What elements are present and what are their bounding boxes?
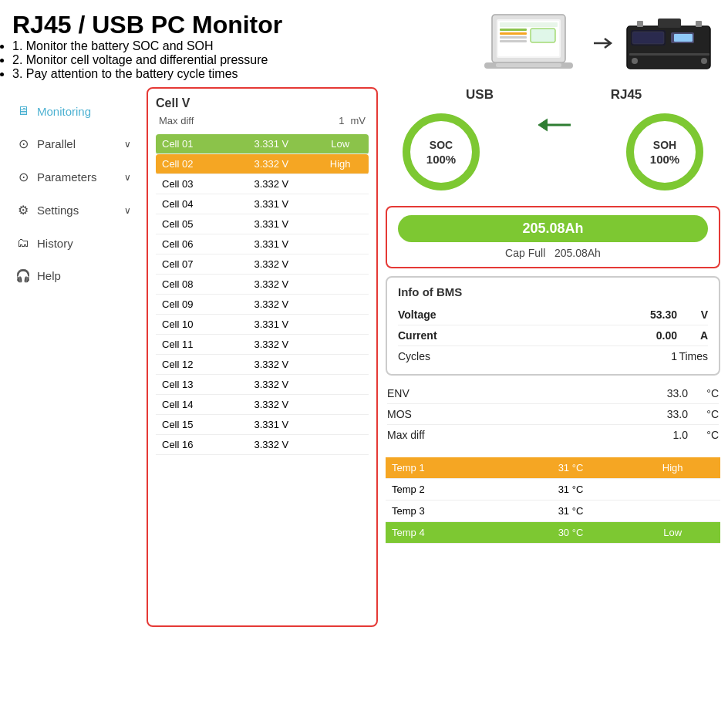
cell-row: Cell 033.332 V [156, 174, 369, 194]
cell-name: Cell 13 [156, 375, 231, 395]
usb-label: USB [441, 87, 518, 103]
chevron-down-icon: ∨ [124, 139, 131, 150]
cell-row: Cell 023.332 VHigh [156, 154, 369, 174]
cycles-value: 1 [631, 350, 677, 362]
cell-row: Cell 073.332 V [156, 254, 369, 275]
cell-name: Cell 06 [156, 234, 231, 254]
bms-title: Info of BMS [398, 285, 708, 298]
sidebar-item-help[interactable]: 🎧 Help [8, 259, 139, 292]
cell-status [312, 295, 369, 315]
svg-rect-3 [500, 22, 558, 27]
temp-value: 30 °C [517, 522, 625, 544]
cell-row: Cell 133.332 V [156, 375, 369, 395]
settings-icon: ⚙ [15, 203, 31, 217]
bms-row-cycles: Cycles 1 Times [398, 346, 708, 366]
svg-point-20 [632, 58, 638, 64]
cell-panel: Cell V Max diff 1 mV Cell 013.331 VLowCe… [147, 87, 378, 627]
cell-name: Cell 04 [156, 194, 231, 214]
bms-row-voltage: Voltage 53.30 V [398, 305, 708, 325]
gauge-row: SOC 100% SOH 100% [386, 106, 720, 198]
sidebar-item-history[interactable]: 🗂 History [8, 227, 139, 259]
temp-status: Low [625, 522, 720, 544]
header-illustrations [484, 11, 716, 76]
sidebar-label-monitoring: Monitoring [37, 105, 91, 118]
capacity-bar: 205.08Ah [398, 215, 708, 242]
cell-name: Cell 02 [156, 154, 231, 174]
cell-row: Cell 063.331 V [156, 234, 369, 254]
cell-voltage: 3.331 V [231, 194, 312, 214]
cell-row: Cell 163.332 V [156, 435, 369, 455]
sidebar-item-parameters[interactable]: ⊙ Parameters ∨ [8, 160, 139, 194]
sidebar-item-parallel[interactable]: ⊙ Parallel ∨ [8, 127, 139, 160]
cell-row: Cell 123.332 V [156, 355, 369, 375]
max-diff-values: 1 mV [339, 115, 366, 126]
cell-row: Cell 143.332 V [156, 395, 369, 415]
temp-value: 31 °C [517, 457, 625, 479]
battery-unit-icon [623, 11, 716, 76]
cell-status [312, 234, 369, 254]
parallel-icon: ⊙ [15, 136, 31, 151]
main-content: 🖥 Monitoring ⊙ Parallel ∨ ⊙ Parameters ∨… [0, 87, 728, 635]
cell-name: Cell 07 [156, 254, 231, 275]
current-label: Current [398, 329, 631, 342]
voltage-value: 53.30 [631, 308, 677, 321]
cell-row: Cell 103.331 V [156, 315, 369, 335]
cell-row: Cell 093.332 V [156, 295, 369, 315]
chevron-down-icon-3: ∨ [124, 205, 131, 216]
temp-name: Temp 3 [386, 501, 517, 522]
svg-rect-7 [500, 40, 527, 42]
cell-voltage: 3.332 V [231, 295, 312, 315]
cell-status: Low [312, 134, 369, 154]
header-left: RJ45 / USB PC Monitor 1. Monitor the bat… [12, 11, 484, 81]
cell-status [312, 315, 369, 335]
svg-rect-8 [531, 29, 555, 42]
maxdiff-row: Max diff 1.0 °C [387, 425, 719, 445]
svg-rect-6 [500, 36, 527, 39]
arrow-left-icon [534, 113, 572, 136]
temp-value: 31 °C [517, 479, 625, 501]
cell-status [312, 174, 369, 194]
cell-status [312, 194, 369, 214]
soc-ring: SOC 100% [403, 113, 480, 190]
svg-rect-5 [500, 32, 527, 35]
cycles-unit: Times [677, 350, 708, 362]
cell-row: Cell 083.332 V [156, 275, 369, 295]
cell-voltage: 3.332 V [231, 395, 312, 415]
soh-value: 100% [650, 153, 679, 166]
connection-arrow-icon [592, 32, 615, 55]
cell-name: Cell 15 [156, 415, 231, 435]
cell-voltage: 3.332 V [231, 335, 312, 355]
temp-name: Temp 1 [386, 457, 517, 479]
sidebar: 🖥 Monitoring ⊙ Parallel ∨ ⊙ Parameters ∨… [8, 87, 139, 627]
soh-ring: SOH 100% [626, 113, 703, 190]
temp-row: Temp 430 °CLow [386, 522, 720, 544]
svg-point-21 [701, 58, 707, 64]
cell-panel-title: Cell V [156, 96, 369, 110]
soh-gauge: SOH 100% [626, 113, 703, 190]
cell-voltage: 3.332 V [231, 254, 312, 275]
cell-name: Cell 08 [156, 275, 231, 295]
cell-status [312, 435, 369, 455]
cell-row: Cell 153.331 V [156, 415, 369, 435]
temp-status [625, 501, 720, 522]
soc-label: SOC [430, 138, 453, 152]
mos-value: 33.0 [642, 408, 688, 420]
svg-rect-4 [500, 29, 527, 31]
maxdiff-unit: °C [688, 429, 719, 441]
cell-voltage: 3.331 V [231, 214, 312, 234]
temp-table: Temp 131 °CHighTemp 231 °CTemp 331 °CTem… [386, 457, 720, 544]
current-value: 0.00 [631, 329, 677, 342]
cell-status: High [312, 154, 369, 174]
cell-status [312, 355, 369, 375]
cap-full-value: 205.08Ah [554, 247, 601, 259]
sidebar-item-monitoring[interactable]: 🖥 Monitoring [8, 95, 139, 127]
max-diff-row: Max diff 1 mV [156, 115, 369, 126]
page-title: RJ45 / USB PC Monitor [12, 11, 484, 39]
bms-section: Info of BMS Voltage 53.30 V Current 0.00… [386, 276, 720, 376]
feature-list: 1. Monitor the battery SOC and SOH 2. Mo… [12, 39, 484, 81]
sidebar-label-settings: Settings [37, 204, 79, 217]
cell-voltage: 3.331 V [231, 315, 312, 335]
cell-voltage: 3.332 V [231, 154, 312, 174]
soh-label: SOH [653, 138, 676, 152]
sidebar-item-settings[interactable]: ⚙ Settings ∨ [8, 194, 139, 227]
